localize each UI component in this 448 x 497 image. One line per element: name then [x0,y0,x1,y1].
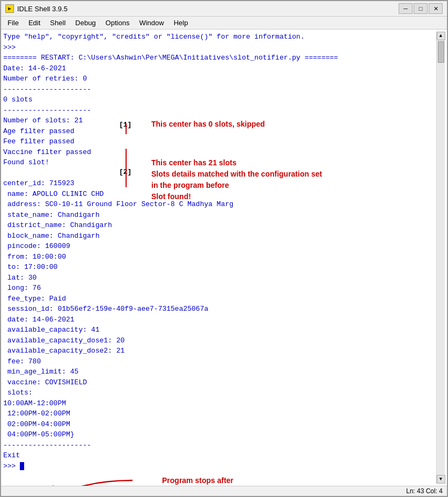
scroll-up-button[interactable]: ▲ [437,32,445,40]
scroll-track[interactable] [437,40,445,475]
title-bar-left: ▶ IDLE Shell 3.9.5 [5,4,68,13]
shell-line-4: Number of retries: 0 [3,75,87,83]
menu-options[interactable]: Options [101,18,134,28]
shell-line-25: fee_type: Paid [3,295,66,303]
shell-line-30: available_capacity_dose2: 21 [3,347,124,355]
shell-line-32: min_age_limit: 45 [3,368,78,376]
shell-line-31: fee: 780 [3,357,41,366]
shell-line-6: 0 slots [3,96,33,104]
shell-line-22: to: 17:00:00 [3,263,57,271]
shell-line-28: available_capacity: 41 [3,326,99,334]
app-icon: ▶ [5,4,14,13]
menu-debug[interactable]: Debug [71,18,100,28]
shell-line-5: --------------------- [3,85,91,93]
shell-line-15: name: APOLLO CLINIC CHD [3,190,104,198]
scrollbar[interactable]: ▲ ▼ [436,32,445,484]
icon-symbol: ▶ [8,5,11,12]
shell-line-35: 10:00AM-12:00PM [3,399,66,407]
minimize-button[interactable]: ─ [399,3,413,14]
shell-line-21: from: 10:00:00 [3,253,66,261]
shell-line-29: available_capacity_dose1: 20 [3,337,124,345]
shell-line-1: >>> [3,43,16,52]
shell-line-36: 12:00PM-02:00PM [3,410,70,418]
shell-line-11: Vaccine filter passed [3,148,91,156]
shell-line-24: long: 76 [3,284,41,292]
ln-col-status: Ln: 43 Col: 4 [406,487,443,495]
shell-line-8: Number of slots: 21 [3,116,83,125]
scroll-down-button[interactable]: ▼ [437,475,445,484]
title-controls[interactable]: ─ □ ✕ [399,3,443,14]
shell-line-37: 02:00PM-04:00PM [3,420,70,428]
shell-line-17: state_name: Chandigarh [3,211,99,219]
shell-line-23: lat: 30 [3,274,36,282]
shell-output: Type "help", "copyright", "credits" or "… [3,32,436,484]
shell-line-26: session_id: 01b56ef2-159e-40f9-aee7-7315… [3,305,208,313]
shell-line-18: district_name: Chandigarh [3,221,112,229]
shell-line-12: Found slot! [3,158,49,166]
shell-line-39: --------------------- [3,441,91,449]
maximize-button[interactable]: □ [414,3,428,14]
menu-file[interactable]: File [3,18,23,28]
shell-line-10: Fee filter passed [3,137,75,145]
shell-line-16: address: SC0-10-11 Ground Floor Sector-8… [3,200,233,208]
scroll-thumb[interactable] [438,41,444,63]
shell-line-14: center_id: 715923 [3,179,75,187]
shell-line-38: 04:00PM-05:00PM} [3,430,75,438]
idle-window: ▶ IDLE Shell 3.9.5 ─ □ ✕ File Edit Shell… [0,0,448,497]
shell-line-20: pincode: 160009 [3,242,70,250]
cursor [20,462,24,470]
shell-line-41: >>> [3,462,20,470]
shell-line-27: date: 14-06-2021 [3,316,75,324]
menu-help[interactable]: Help [170,18,193,28]
shell-line-34: slots: [3,389,33,397]
menu-window[interactable]: Window [135,18,168,28]
title-bar: ▶ IDLE Shell 3.9.5 ─ □ ✕ [1,1,447,17]
window-title: IDLE Shell 3.9.5 [17,5,68,13]
shell-line-40: Exit [3,451,20,459]
shell-line-33: vaccine: COVISHIELD [3,378,87,386]
shell-line-19: block_name: Chandigarh [3,232,99,240]
shell-line-9: Age filter passed [3,127,75,135]
menu-shell[interactable]: Shell [46,18,70,28]
menu-edit[interactable]: Edit [24,18,45,28]
shell-line-2: ======== RESTART: C:\Users\Ashwin\Per\ME… [3,54,338,62]
shell-line-3: Date: 14-6-2021 [3,64,66,72]
content-area[interactable]: Type "help", "copyright", "credits" or "… [1,30,447,486]
close-button[interactable]: ✕ [429,3,443,14]
menu-bar: File Edit Shell Debug Options Window Hel… [1,17,447,30]
shell-line-0: Type "help", "copyright", "credits" or "… [3,33,305,41]
status-bar: Ln: 43 Col: 4 [1,486,447,496]
shell-line-7: --------------------- [3,106,91,114]
